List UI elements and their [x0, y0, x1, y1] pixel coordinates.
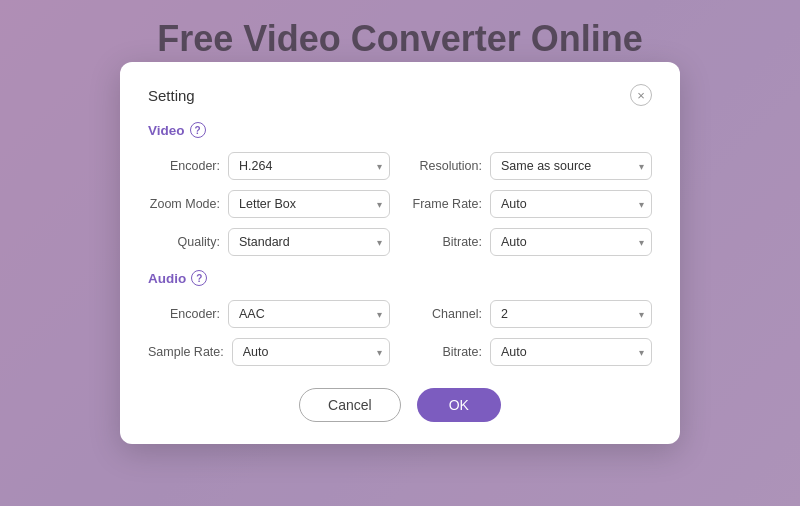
zoom-mode-row: Zoom Mode: Letter Box Pan & Scan Full ▾: [148, 190, 390, 218]
audio-form-grid: Encoder: AAC MP3 OGG FLAC ▾ Channel: 2: [148, 300, 652, 366]
sample-rate-select[interactable]: Auto 44100 48000 96000: [232, 338, 390, 366]
video-form-grid: Encoder: H.264 H.265 MPEG-4 VP9 ▾ Resolu…: [148, 152, 652, 256]
audio-encoder-label: Encoder:: [148, 307, 220, 321]
frame-rate-label: Frame Rate:: [410, 197, 482, 211]
frame-rate-select[interactable]: Auto 24 25 30 60: [490, 190, 652, 218]
close-button[interactable]: ×: [630, 84, 652, 106]
quality-select[interactable]: Standard High Low: [228, 228, 390, 256]
encoder-label: Encoder:: [148, 159, 220, 173]
video-bitrate-select-wrapper: Auto 1000k 2000k 4000k 8000k ▾: [490, 228, 652, 256]
quality-row: Quality: Standard High Low ▾: [148, 228, 390, 256]
sample-rate-row: Sample Rate: Auto 44100 48000 96000 ▾: [148, 338, 390, 366]
audio-help-icon[interactable]: ?: [191, 270, 207, 286]
settings-dialog: Setting × Video ? Encoder: H.264 H.265 M…: [120, 62, 680, 444]
resolution-select-wrapper: Same as source 1920x1080 1280x720 854x48…: [490, 152, 652, 180]
zoom-mode-select-wrapper: Letter Box Pan & Scan Full ▾: [228, 190, 390, 218]
frame-rate-row: Frame Rate: Auto 24 25 30 60 ▾: [410, 190, 652, 218]
video-bitrate-row: Bitrate: Auto 1000k 2000k 4000k 8000k ▾: [410, 228, 652, 256]
dialog-overlay: Setting × Video ? Encoder: H.264 H.265 M…: [0, 0, 800, 506]
dialog-header: Setting ×: [148, 84, 652, 106]
channel-select[interactable]: 2 1 6: [490, 300, 652, 328]
quality-label: Quality:: [148, 235, 220, 249]
video-bitrate-select[interactable]: Auto 1000k 2000k 4000k 8000k: [490, 228, 652, 256]
cancel-button[interactable]: Cancel: [299, 388, 401, 422]
audio-encoder-select-wrapper: AAC MP3 OGG FLAC ▾: [228, 300, 390, 328]
sample-rate-label: Sample Rate:: [148, 345, 224, 359]
zoom-mode-label: Zoom Mode:: [148, 197, 220, 211]
encoder-select[interactable]: H.264 H.265 MPEG-4 VP9: [228, 152, 390, 180]
audio-encoder-row: Encoder: AAC MP3 OGG FLAC ▾: [148, 300, 390, 328]
zoom-mode-select[interactable]: Letter Box Pan & Scan Full: [228, 190, 390, 218]
quality-select-wrapper: Standard High Low ▾: [228, 228, 390, 256]
ok-button[interactable]: OK: [417, 388, 501, 422]
channel-label: Channel:: [410, 307, 482, 321]
audio-encoder-select[interactable]: AAC MP3 OGG FLAC: [228, 300, 390, 328]
video-bitrate-label: Bitrate:: [410, 235, 482, 249]
audio-bitrate-select[interactable]: Auto 128k 192k 256k 320k: [490, 338, 652, 366]
resolution-label: Resolution:: [410, 159, 482, 173]
audio-bitrate-select-wrapper: Auto 128k 192k 256k 320k ▾: [490, 338, 652, 366]
channel-row: Channel: 2 1 6 ▾: [410, 300, 652, 328]
channel-select-wrapper: 2 1 6 ▾: [490, 300, 652, 328]
sample-rate-select-wrapper: Auto 44100 48000 96000 ▾: [232, 338, 390, 366]
frame-rate-select-wrapper: Auto 24 25 30 60 ▾: [490, 190, 652, 218]
resolution-row: Resolution: Same as source 1920x1080 128…: [410, 152, 652, 180]
dialog-footer: Cancel OK: [148, 388, 652, 422]
resolution-select[interactable]: Same as source 1920x1080 1280x720 854x48…: [490, 152, 652, 180]
encoder-row: Encoder: H.264 H.265 MPEG-4 VP9 ▾: [148, 152, 390, 180]
dialog-title: Setting: [148, 87, 195, 104]
audio-bitrate-label: Bitrate:: [410, 345, 482, 359]
video-help-icon[interactable]: ?: [190, 122, 206, 138]
audio-bitrate-row: Bitrate: Auto 128k 192k 256k 320k ▾: [410, 338, 652, 366]
encoder-select-wrapper: H.264 H.265 MPEG-4 VP9 ▾: [228, 152, 390, 180]
audio-section-label: Audio ?: [148, 270, 652, 286]
video-section-label: Video ?: [148, 122, 652, 138]
